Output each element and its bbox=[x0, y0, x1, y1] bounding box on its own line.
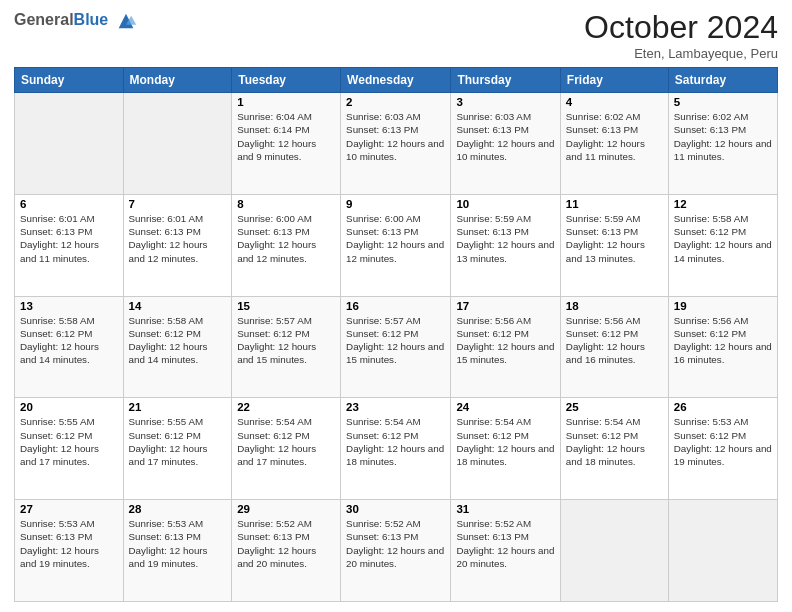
day-info: Sunrise: 6:01 AM Sunset: 6:13 PM Dayligh… bbox=[20, 212, 118, 265]
day-number: 9 bbox=[346, 198, 445, 210]
day-number: 15 bbox=[237, 300, 335, 312]
calendar-cell: 23Sunrise: 5:54 AM Sunset: 6:12 PM Dayli… bbox=[341, 398, 451, 500]
calendar-cell: 29Sunrise: 5:52 AM Sunset: 6:13 PM Dayli… bbox=[232, 500, 341, 602]
month-title: October 2024 bbox=[584, 10, 778, 45]
calendar-week-5: 27Sunrise: 5:53 AM Sunset: 6:13 PM Dayli… bbox=[15, 500, 778, 602]
day-number: 27 bbox=[20, 503, 118, 515]
calendar-cell: 5Sunrise: 6:02 AM Sunset: 6:13 PM Daylig… bbox=[668, 93, 777, 195]
calendar-cell: 20Sunrise: 5:55 AM Sunset: 6:12 PM Dayli… bbox=[15, 398, 124, 500]
day-number: 4 bbox=[566, 96, 663, 108]
calendar-table: Sunday Monday Tuesday Wednesday Thursday… bbox=[14, 67, 778, 602]
calendar-week-3: 13Sunrise: 5:58 AM Sunset: 6:12 PM Dayli… bbox=[15, 296, 778, 398]
day-info: Sunrise: 5:53 AM Sunset: 6:13 PM Dayligh… bbox=[129, 517, 227, 570]
day-info: Sunrise: 6:03 AM Sunset: 6:13 PM Dayligh… bbox=[456, 110, 554, 163]
day-number: 26 bbox=[674, 401, 772, 413]
calendar-cell: 19Sunrise: 5:56 AM Sunset: 6:12 PM Dayli… bbox=[668, 296, 777, 398]
page: GeneralBlue October 2024 Eten, Lambayequ… bbox=[0, 0, 792, 612]
calendar-cell bbox=[560, 500, 668, 602]
day-info: Sunrise: 5:57 AM Sunset: 6:12 PM Dayligh… bbox=[346, 314, 445, 367]
day-number: 20 bbox=[20, 401, 118, 413]
calendar-cell: 6Sunrise: 6:01 AM Sunset: 6:13 PM Daylig… bbox=[15, 194, 124, 296]
calendar-cell bbox=[15, 93, 124, 195]
calendar-cell: 22Sunrise: 5:54 AM Sunset: 6:12 PM Dayli… bbox=[232, 398, 341, 500]
day-info: Sunrise: 5:59 AM Sunset: 6:13 PM Dayligh… bbox=[566, 212, 663, 265]
calendar-cell: 12Sunrise: 5:58 AM Sunset: 6:12 PM Dayli… bbox=[668, 194, 777, 296]
day-info: Sunrise: 5:54 AM Sunset: 6:12 PM Dayligh… bbox=[566, 415, 663, 468]
header: GeneralBlue October 2024 Eten, Lambayequ… bbox=[14, 10, 778, 61]
day-number: 8 bbox=[237, 198, 335, 210]
day-number: 31 bbox=[456, 503, 554, 515]
location: Eten, Lambayeque, Peru bbox=[584, 46, 778, 61]
calendar-cell: 2Sunrise: 6:03 AM Sunset: 6:13 PM Daylig… bbox=[341, 93, 451, 195]
day-number: 29 bbox=[237, 503, 335, 515]
day-number: 16 bbox=[346, 300, 445, 312]
calendar-cell: 21Sunrise: 5:55 AM Sunset: 6:12 PM Dayli… bbox=[123, 398, 232, 500]
calendar-week-2: 6Sunrise: 6:01 AM Sunset: 6:13 PM Daylig… bbox=[15, 194, 778, 296]
day-number: 23 bbox=[346, 401, 445, 413]
calendar-cell: 30Sunrise: 5:52 AM Sunset: 6:13 PM Dayli… bbox=[341, 500, 451, 602]
day-info: Sunrise: 5:58 AM Sunset: 6:12 PM Dayligh… bbox=[129, 314, 227, 367]
calendar-week-1: 1Sunrise: 6:04 AM Sunset: 6:14 PM Daylig… bbox=[15, 93, 778, 195]
calendar-cell: 8Sunrise: 6:00 AM Sunset: 6:13 PM Daylig… bbox=[232, 194, 341, 296]
day-number: 3 bbox=[456, 96, 554, 108]
calendar-cell: 18Sunrise: 5:56 AM Sunset: 6:12 PM Dayli… bbox=[560, 296, 668, 398]
day-info: Sunrise: 5:58 AM Sunset: 6:12 PM Dayligh… bbox=[20, 314, 118, 367]
calendar-cell: 31Sunrise: 5:52 AM Sunset: 6:13 PM Dayli… bbox=[451, 500, 560, 602]
day-info: Sunrise: 5:53 AM Sunset: 6:13 PM Dayligh… bbox=[20, 517, 118, 570]
day-number: 24 bbox=[456, 401, 554, 413]
day-number: 30 bbox=[346, 503, 445, 515]
logo: GeneralBlue bbox=[14, 10, 137, 32]
calendar-cell bbox=[123, 93, 232, 195]
day-info: Sunrise: 6:00 AM Sunset: 6:13 PM Dayligh… bbox=[346, 212, 445, 265]
calendar-cell: 24Sunrise: 5:54 AM Sunset: 6:12 PM Dayli… bbox=[451, 398, 560, 500]
day-number: 22 bbox=[237, 401, 335, 413]
calendar-cell: 16Sunrise: 5:57 AM Sunset: 6:12 PM Dayli… bbox=[341, 296, 451, 398]
title-block: October 2024 Eten, Lambayeque, Peru bbox=[584, 10, 778, 61]
day-info: Sunrise: 6:04 AM Sunset: 6:14 PM Dayligh… bbox=[237, 110, 335, 163]
day-info: Sunrise: 5:52 AM Sunset: 6:13 PM Dayligh… bbox=[237, 517, 335, 570]
calendar-cell: 27Sunrise: 5:53 AM Sunset: 6:13 PM Dayli… bbox=[15, 500, 124, 602]
calendar-cell: 13Sunrise: 5:58 AM Sunset: 6:12 PM Dayli… bbox=[15, 296, 124, 398]
col-friday: Friday bbox=[560, 68, 668, 93]
day-number: 19 bbox=[674, 300, 772, 312]
calendar-cell bbox=[668, 500, 777, 602]
day-number: 7 bbox=[129, 198, 227, 210]
day-number: 2 bbox=[346, 96, 445, 108]
calendar-cell: 14Sunrise: 5:58 AM Sunset: 6:12 PM Dayli… bbox=[123, 296, 232, 398]
day-number: 6 bbox=[20, 198, 118, 210]
calendar-cell: 15Sunrise: 5:57 AM Sunset: 6:12 PM Dayli… bbox=[232, 296, 341, 398]
day-info: Sunrise: 6:00 AM Sunset: 6:13 PM Dayligh… bbox=[237, 212, 335, 265]
day-info: Sunrise: 5:55 AM Sunset: 6:12 PM Dayligh… bbox=[20, 415, 118, 468]
day-info: Sunrise: 5:56 AM Sunset: 6:12 PM Dayligh… bbox=[566, 314, 663, 367]
day-info: Sunrise: 6:02 AM Sunset: 6:13 PM Dayligh… bbox=[566, 110, 663, 163]
calendar-cell: 3Sunrise: 6:03 AM Sunset: 6:13 PM Daylig… bbox=[451, 93, 560, 195]
col-monday: Monday bbox=[123, 68, 232, 93]
day-number: 14 bbox=[129, 300, 227, 312]
day-number: 17 bbox=[456, 300, 554, 312]
calendar-cell: 1Sunrise: 6:04 AM Sunset: 6:14 PM Daylig… bbox=[232, 93, 341, 195]
day-info: Sunrise: 6:01 AM Sunset: 6:13 PM Dayligh… bbox=[129, 212, 227, 265]
day-number: 13 bbox=[20, 300, 118, 312]
col-tuesday: Tuesday bbox=[232, 68, 341, 93]
day-number: 28 bbox=[129, 503, 227, 515]
calendar-cell: 11Sunrise: 5:59 AM Sunset: 6:13 PM Dayli… bbox=[560, 194, 668, 296]
day-number: 25 bbox=[566, 401, 663, 413]
col-sunday: Sunday bbox=[15, 68, 124, 93]
day-info: Sunrise: 5:55 AM Sunset: 6:12 PM Dayligh… bbox=[129, 415, 227, 468]
calendar-cell: 4Sunrise: 6:02 AM Sunset: 6:13 PM Daylig… bbox=[560, 93, 668, 195]
calendar-cell: 28Sunrise: 5:53 AM Sunset: 6:13 PM Dayli… bbox=[123, 500, 232, 602]
calendar-cell: 26Sunrise: 5:53 AM Sunset: 6:12 PM Dayli… bbox=[668, 398, 777, 500]
calendar-cell: 7Sunrise: 6:01 AM Sunset: 6:13 PM Daylig… bbox=[123, 194, 232, 296]
day-number: 12 bbox=[674, 198, 772, 210]
calendar-cell: 25Sunrise: 5:54 AM Sunset: 6:12 PM Dayli… bbox=[560, 398, 668, 500]
calendar-cell: 9Sunrise: 6:00 AM Sunset: 6:13 PM Daylig… bbox=[341, 194, 451, 296]
day-info: Sunrise: 5:54 AM Sunset: 6:12 PM Dayligh… bbox=[237, 415, 335, 468]
col-wednesday: Wednesday bbox=[341, 68, 451, 93]
day-info: Sunrise: 5:54 AM Sunset: 6:12 PM Dayligh… bbox=[456, 415, 554, 468]
day-info: Sunrise: 5:59 AM Sunset: 6:13 PM Dayligh… bbox=[456, 212, 554, 265]
col-saturday: Saturday bbox=[668, 68, 777, 93]
day-info: Sunrise: 5:52 AM Sunset: 6:13 PM Dayligh… bbox=[456, 517, 554, 570]
day-number: 11 bbox=[566, 198, 663, 210]
calendar-cell: 17Sunrise: 5:56 AM Sunset: 6:12 PM Dayli… bbox=[451, 296, 560, 398]
day-info: Sunrise: 6:02 AM Sunset: 6:13 PM Dayligh… bbox=[674, 110, 772, 163]
